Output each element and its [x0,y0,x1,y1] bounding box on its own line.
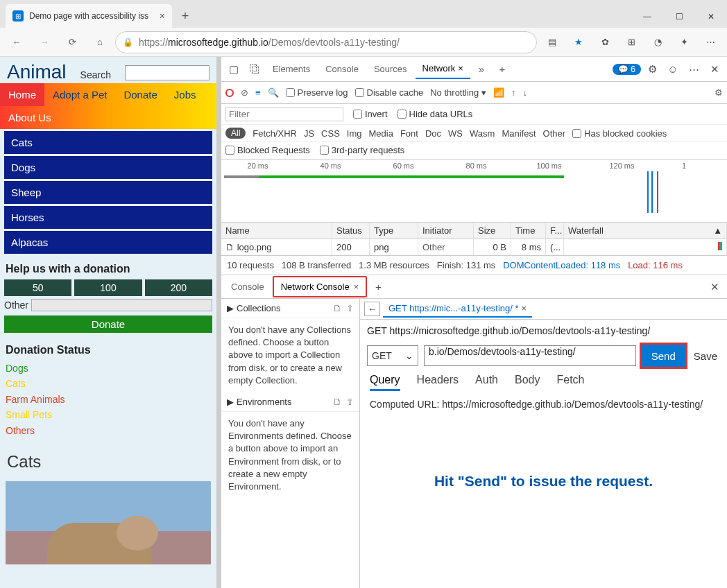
tab-sources[interactable]: Sources [367,60,414,78]
nav-donate[interactable]: Donate [115,83,165,106]
col-name[interactable]: Name [221,223,332,239]
sparkle-icon[interactable]: ✦ [672,31,696,53]
donate-other-input[interactable] [31,299,212,311]
new-file-icon[interactable]: 🗋 [333,303,342,313]
back-icon[interactable]: ← [364,302,380,316]
drawer-tab-network-console[interactable]: Network Console [273,276,368,297]
blocked-requests-checkbox[interactable]: Blocked Requests [225,145,310,155]
tab-elements[interactable]: Elements [266,60,317,78]
drawer-add-tab-icon[interactable]: + [368,281,388,293]
blocked-cookies-checkbox[interactable]: Has blocked cookies [572,128,667,139]
network-settings-icon[interactable]: ⚙ [715,87,723,98]
settings-icon[interactable]: ⚙ [642,63,662,76]
filter-font[interactable]: Font [400,128,418,139]
param-tab-auth[interactable]: Auth [475,374,498,391]
third-party-checkbox[interactable]: 3rd-party requests [320,145,405,155]
col-size[interactable]: Size [474,223,511,239]
export-icon[interactable]: ↓ [522,87,527,98]
filter-doc[interactable]: Doc [425,128,441,139]
url-input[interactable]: b.io/Demos/devtools-a11y-testing/ [424,345,636,366]
invert-checkbox[interactable]: Invert [353,109,388,119]
request-tab[interactable]: GET https://mic...-a11y-testing/ *× [383,300,532,318]
page-scrollbar[interactable] [216,57,221,98]
nav-home[interactable]: Home [0,83,44,106]
clear-icon[interactable]: ⊘ [241,87,248,98]
browser-tab[interactable]: ⊞ Demo page with accessibility iss × [6,4,172,28]
donate-100-button[interactable]: 100 [74,279,142,296]
drawer-tab-console[interactable]: Console [224,277,271,296]
more-tabs-icon[interactable]: » [472,63,491,75]
param-tab-query[interactable]: Query [370,374,400,391]
filter-input[interactable] [225,107,343,121]
donate-50-button[interactable]: 50 [4,279,71,296]
sidebar-item-alpacas[interactable]: Alpacas [4,231,212,254]
col-fulfilled[interactable]: F... [546,223,564,239]
close-icon[interactable]: × [522,303,527,313]
col-initiator[interactable]: Initiator [418,223,474,239]
sidebar-item-cats[interactable]: Cats [4,131,212,154]
home-button[interactable]: ⌂ [87,31,112,53]
param-tab-fetch[interactable]: Fetch [556,374,584,391]
new-file-icon[interactable]: 🗋 [333,397,342,407]
minimize-button[interactable]: — [631,6,663,28]
menu-button[interactable]: ⋯ [698,31,723,53]
performance-icon[interactable]: ◔ [645,31,670,53]
network-timeline[interactable]: 20 ms 40 ms 60 ms 80 ms 100 ms 120 ms 1 [221,160,727,223]
disable-cache-checkbox[interactable]: Disable cache [355,87,424,98]
import-icon[interactable]: ↑ [511,87,516,98]
filter-js[interactable]: JS [304,128,314,139]
hide-dataurls-checkbox[interactable]: Hide data URLs [397,109,473,119]
filter-media[interactable]: Media [369,128,393,139]
sidebar-item-dogs[interactable]: Dogs [4,156,212,179]
refresh-button[interactable]: ⟳ [60,31,85,53]
environments-header[interactable]: ▶ Environments🗋⇧ [221,392,359,412]
filter-manifest[interactable]: Manifest [502,128,536,139]
search-icon[interactable]: 🔍 [268,87,279,98]
collections-header[interactable]: ▶ Collections🗋⇧ [221,299,359,318]
close-icon[interactable]: × [458,63,463,74]
col-waterfall[interactable]: Waterfall▲ [564,223,727,239]
filter-ws[interactable]: WS [448,128,463,139]
donate-submit-button[interactable]: Donate [4,315,212,333]
col-status[interactable]: Status [332,223,370,239]
address-bar[interactable]: 🔒 https://microsoftedge.github.io/Demos/… [115,31,537,53]
drawer-close-icon[interactable]: ✕ [705,281,724,293]
back-button[interactable]: ← [4,31,29,53]
close-tab-icon[interactable]: × [160,10,165,21]
save-button[interactable]: Save [691,350,720,362]
new-tab-button[interactable]: + [175,6,196,26]
search-input[interactable] [125,65,209,80]
nav-jobs[interactable]: Jobs [166,83,205,106]
import-icon[interactable]: ⇧ [346,397,354,407]
more-icon[interactable]: ⋯ [684,63,703,76]
tab-console[interactable]: Console [318,60,366,78]
close-window-button[interactable]: ✕ [695,6,727,28]
sidebar-item-horses[interactable]: Horses [4,206,212,229]
throttling-select[interactable]: No throttling ▾ [430,87,486,98]
sidebar-item-sheep[interactable]: Sheep [4,181,212,204]
reader-icon[interactable]: ▤ [540,31,565,53]
add-tab-icon[interactable]: + [493,63,512,75]
param-tab-body[interactable]: Body [515,374,540,391]
favorite-icon[interactable]: ★ [566,31,591,53]
filter-other[interactable]: Other [543,128,566,139]
close-devtools-icon[interactable]: ✕ [705,63,724,76]
maximize-button[interactable]: ☐ [663,6,695,28]
feedback-icon[interactable]: ☺ [663,63,683,75]
device-icon[interactable]: ⿻ [245,63,264,75]
nav-about[interactable]: About Us [0,106,60,129]
collections-icon[interactable]: ⊞ [619,31,644,53]
issues-badge[interactable]: 💬 6 [613,64,641,75]
filter-fetchxhr[interactable]: Fetch/XHR [253,128,297,139]
col-time[interactable]: Time [511,223,546,239]
donate-200-button[interactable]: 200 [145,279,212,296]
table-row[interactable]: 🗋 logo.png 200 png Other 0 B 8 ms (... [221,239,727,255]
network-conditions-icon[interactable]: 📶 [493,87,504,98]
method-select[interactable]: GET⌄ [367,345,418,366]
filter-icon[interactable]: ≡ [255,87,261,98]
tab-network[interactable]: Network× [416,59,470,79]
import-icon[interactable]: ⇧ [346,303,354,313]
filter-wasm[interactable]: Wasm [470,128,495,139]
record-icon[interactable] [225,89,234,97]
send-button[interactable]: Send [642,345,685,367]
